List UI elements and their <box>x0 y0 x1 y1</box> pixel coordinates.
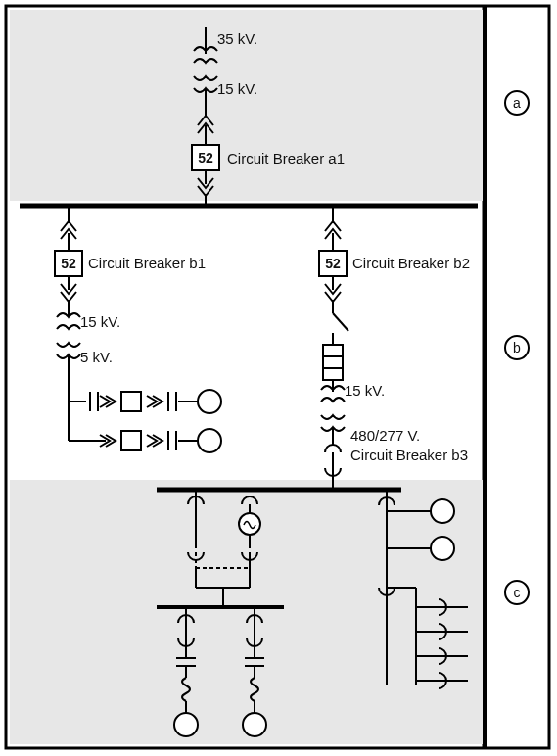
motor-row-1 <box>69 390 221 413</box>
breaker-b2-code: 52 <box>325 256 341 271</box>
load-circle-icon <box>198 429 221 452</box>
breaker-b1-label: Circuit Breaker b1 <box>88 255 206 271</box>
zone-b-badge: b <box>505 336 529 359</box>
load-circle-icon <box>431 499 454 523</box>
load-circle-icon <box>243 713 266 736</box>
voltage-5kv-label: 5 kV. <box>80 349 113 365</box>
voltage-480v-label: 480/277 V. <box>350 427 420 444</box>
zone-a-letter: a <box>513 95 521 111</box>
feeder-b1: 52 Circuit Breaker b1 15 kV. 5 kV. <box>55 206 221 452</box>
zone-c-badge: c <box>505 581 529 604</box>
voltage-35kv-label: 35 kV. <box>217 30 257 47</box>
load-circle-icon <box>198 390 221 413</box>
feeder-b2: 52 Circuit Breaker b2 15 kV. 480/277 V. … <box>319 206 470 490</box>
motor-row-2 <box>69 429 221 452</box>
zone-a-badge: a <box>505 91 529 115</box>
breaker-b1-code: 52 <box>61 256 76 271</box>
voltage-15kv-label-b1: 15 kV. <box>80 313 120 330</box>
breaker-b2-label: Circuit Breaker b2 <box>352 255 470 271</box>
switch-icon <box>333 313 348 331</box>
transformer-icon <box>57 313 80 358</box>
zone-b: 52 Circuit Breaker b1 15 kV. 5 kV. <box>55 206 470 490</box>
transformer-icon <box>321 386 345 431</box>
zone-b-letter: b <box>513 340 521 355</box>
load-circle-icon <box>431 537 454 560</box>
breaker-a1-label: Circuit Breaker a1 <box>227 150 345 166</box>
voltage-15kv-label-b2: 15 kV. <box>345 382 385 399</box>
breaker-a1-code: 52 <box>198 150 213 165</box>
fuse-block-icon <box>323 345 343 380</box>
breaker-b3-label: Circuit Breaker b3 <box>350 447 468 463</box>
zone-c-letter: c <box>514 585 521 600</box>
voltage-15kv-label-a: 15 kV. <box>217 80 257 97</box>
load-circle-icon <box>174 713 198 736</box>
